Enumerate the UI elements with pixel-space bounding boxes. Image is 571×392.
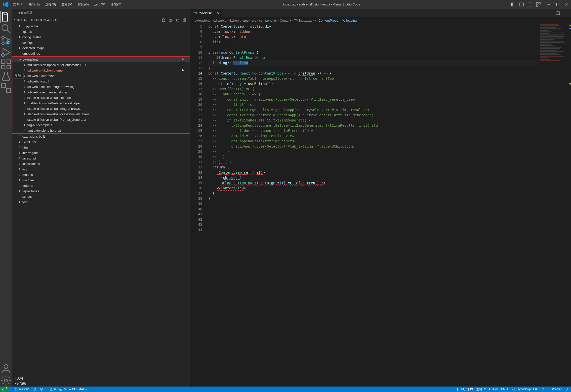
explorer-activity-icon[interactable]: [0, 11, 12, 23]
tree-folder[interactable]: .github: [12, 29, 190, 34]
refresh-icon[interactable]: [176, 18, 180, 22]
editor-tab[interactable]: TS index.tsx 5 ×: [190, 9, 222, 17]
sidebar-title: 资源管理器 ···: [12, 9, 190, 17]
tab-more-icon[interactable]: ···: [564, 10, 568, 16]
tree-folder[interactable]: outputs: [12, 183, 190, 188]
tree-folder[interactable]: localizations: [12, 161, 190, 166]
eol[interactable]: CRLF: [501, 388, 509, 391]
tree-folder[interactable]: extensions-builtin: [12, 134, 190, 139]
chevron-right-icon: [18, 178, 21, 182]
tree-folder[interactable]: javascript: [12, 156, 190, 161]
tree-folder[interactable]: repositories: [12, 188, 190, 194]
menu-edit[interactable]: 编辑(E): [27, 1, 42, 8]
search-activity-icon[interactable]: [0, 23, 12, 35]
tree-folder[interactable]: modules: [12, 177, 190, 183]
tree-folder[interactable]: scripts: [12, 194, 190, 199]
tree-folder[interactable]: test: [12, 199, 190, 205]
tree-folder-extensions[interactable]: extensions: [12, 57, 190, 62]
svg-rect-8: [536, 5, 538, 6]
remote-indicator[interactable]: [0, 387, 9, 392]
menu-view[interactable]: 查看(V): [59, 1, 75, 8]
extensions-activity-icon[interactable]: [0, 58, 12, 70]
breadcrumbs[interactable]: extensions› sd-web-ui-kitchen-theme› src…: [190, 17, 571, 23]
toggle-panel-right-icon[interactable]: [528, 2, 532, 7]
tree-folder[interactable]: tag-autocomplete: [12, 122, 190, 128]
minimap[interactable]: [538, 23, 568, 387]
collapse-all-icon[interactable]: [183, 18, 187, 22]
debug-activity-icon[interactable]: [0, 46, 12, 58]
new-folder-icon[interactable]: [169, 18, 173, 22]
tree-folder[interactable]: config_states: [12, 34, 190, 40]
settings-gear-icon[interactable]: [0, 375, 12, 387]
outline-section[interactable]: 大纲: [12, 376, 190, 381]
account-icon[interactable]: [0, 363, 12, 375]
chevron-right-icon: [18, 30, 21, 33]
svg-rect-21: [7, 65, 10, 69]
notifications-bell-icon[interactable]: [565, 388, 569, 391]
tree-folder[interactable]: sd-webui-infinite-image-browsing: [12, 84, 190, 89]
git-branch[interactable]: master*: [14, 388, 29, 391]
tree-folder[interactable]: stable-diffusion-webui-chinese: [12, 95, 190, 100]
references-activity-icon[interactable]: [0, 82, 12, 94]
overview-ruler[interactable]: [568, 23, 571, 387]
toggle-panel-left-icon[interactable]: [511, 2, 515, 7]
cursor-position[interactable]: 行 14, 列 19: [457, 387, 473, 392]
maximize-icon[interactable]: [556, 2, 560, 7]
tab-close-icon[interactable]: ×: [217, 11, 219, 15]
svg-point-15: [2, 36, 4, 39]
menu-go[interactable]: 转到(G): [75, 1, 91, 8]
go-to-line[interactable]: [541, 388, 545, 391]
tree-folder-modified[interactable]: sd-web-ui-kitchen-theme: [12, 68, 190, 73]
tree-folder[interactable]: embeddings: [12, 51, 190, 56]
indentation[interactable]: 空格: 2: [476, 387, 486, 392]
scm-activity-icon[interactable]: 20: [0, 35, 12, 46]
tree-folder[interactable]: sd-webui-controlnet: [12, 73, 190, 78]
customize-layout-icon[interactable]: [536, 2, 541, 7]
timeline-section[interactable]: 时间线: [12, 381, 190, 387]
svg-rect-10: [556, 3, 559, 6]
tree-folder[interactable]: stable-diffusion-webui-localization-zh_H…: [12, 111, 190, 117]
tree-folder[interactable]: html: [12, 145, 190, 150]
split-editor-icon[interactable]: [556, 11, 560, 15]
git-sync[interactable]: [33, 388, 36, 391]
menu-run[interactable]: 运行(R): [92, 1, 108, 8]
sidebar-more-icon[interactable]: ···: [181, 10, 185, 16]
tree-folder[interactable]: multidiffusion-upscaler-for-automatic111…: [12, 62, 190, 68]
new-file-icon[interactable]: [162, 18, 166, 22]
tree-folder[interactable]: log: [12, 166, 190, 172]
svg-point-25: [4, 365, 8, 369]
tree-folder[interactable]: stable-diffusion-webui-images-browser: [12, 106, 190, 111]
modified-dot-icon: [182, 69, 184, 71]
problems-count[interactable]: 0 6 0: [40, 388, 66, 391]
testing-activity-icon[interactable]: [0, 70, 12, 82]
close-icon[interactable]: [565, 2, 569, 7]
menu-terminal[interactable]: 终端(T): [108, 1, 124, 8]
chevron-right-icon: [18, 146, 21, 149]
tree-folder[interactable]: sd-webui-segment-anything: [12, 89, 190, 95]
tree-folder[interactable]: stable-diffusion-webui-Prompt_Generator: [12, 117, 190, 122]
menu-overflow-icon[interactable]: …: [124, 1, 132, 8]
minimize-icon[interactable]: [547, 2, 551, 7]
tree-file[interactable]: put extensions here.txt: [12, 128, 190, 133]
editor-tabs: TS index.tsx 5 × ···: [190, 9, 571, 17]
tree-folder[interactable]: interrogate: [12, 150, 190, 156]
tree-folder[interactable]: __pycache__: [12, 23, 190, 29]
tree-folder[interactable]: GFPGAN: [12, 139, 190, 145]
menu-file[interactable]: 文件(F): [10, 1, 26, 8]
explorer-root[interactable]: STABLE-DIFFUSION-WEBUI: [12, 17, 190, 23]
encoding[interactable]: UTF-8: [489, 388, 498, 391]
code-editor[interactable]: const ContentView = styled.div` overflow…: [208, 23, 538, 387]
tree-folder[interactable]: configs: [12, 40, 190, 45]
toggle-panel-bottom-icon[interactable]: [519, 2, 524, 7]
tree-folder[interactable]: detected_maps: [12, 45, 190, 51]
language-mode[interactable]: { }TypeScript JSX: [512, 388, 538, 391]
svg-point-30: [15, 388, 16, 389]
tree-folder[interactable]: sd-webui-cutoff: [12, 78, 190, 84]
tree-folder[interactable]: Stable-Diffusion-Webui-Civitai-Helper: [12, 100, 190, 106]
highlighted-group: extensions multidiffusion-upscaler-for-a…: [12, 56, 190, 134]
titlebar: 文件(F) 编辑(E) 选择(S) 查看(V) 转到(G) 运行(R) 终端(T…: [0, 0, 571, 9]
prettier-status[interactable]: ✓Prettier: [548, 388, 562, 391]
menu-selection[interactable]: 选择(S): [43, 1, 58, 8]
tree-folder[interactable]: models: [12, 172, 190, 177]
svg-rect-24: [6, 89, 10, 93]
